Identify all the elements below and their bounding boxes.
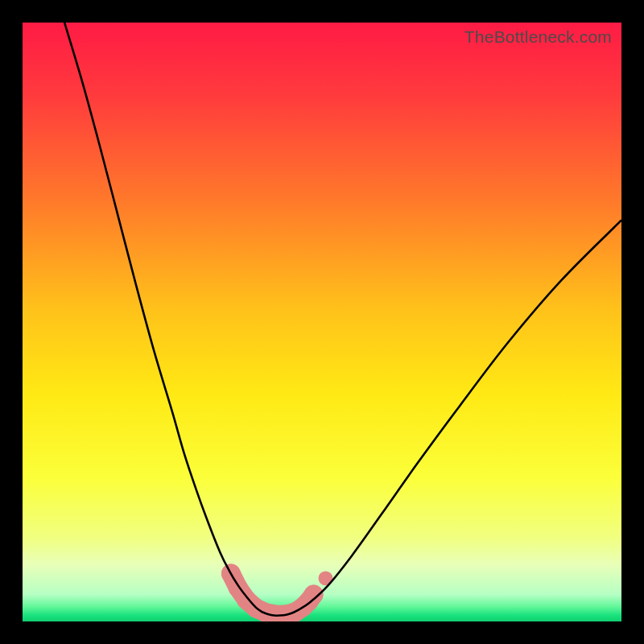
- plot-area: TheBottleneck.com: [23, 23, 621, 621]
- outer-frame: TheBottleneck.com: [0, 0, 644, 644]
- valley-markers: [221, 564, 332, 621]
- bottleneck-curve: [64, 23, 621, 616]
- curves-layer: [23, 23, 621, 621]
